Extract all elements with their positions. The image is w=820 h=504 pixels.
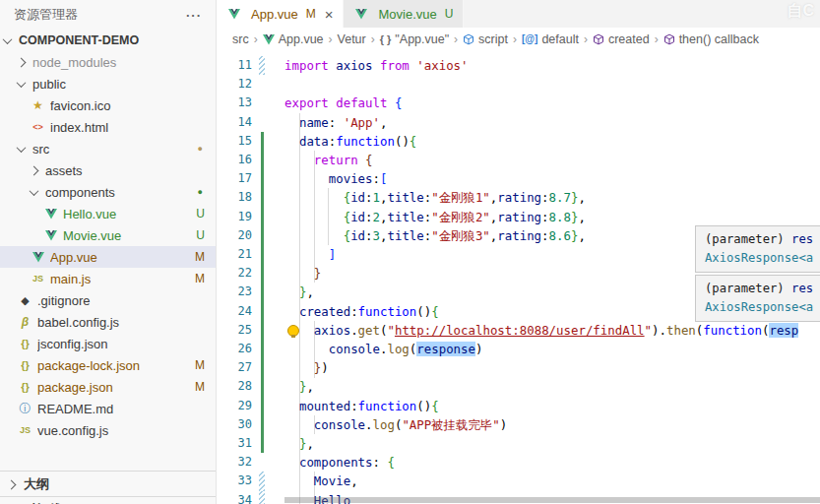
gutter-added-marker: [261, 358, 264, 377]
tree-item-main-js[interactable]: JSmain.jsM: [0, 268, 216, 289]
screen-overlay-watermark: 自C: [787, 1, 814, 22]
line-number[interactable]: 22: [217, 264, 252, 283]
line-number[interactable]: 34: [217, 491, 252, 504]
breadcrumb-separator-icon: ›: [513, 32, 517, 46]
code-line-25[interactable]: 25 axios.get("http://localhost:8088/user…: [217, 321, 820, 340]
more-actions-icon[interactable]: ···: [186, 8, 202, 23]
line-number[interactable]: 19: [217, 208, 252, 226]
git-status-badge: U: [196, 207, 205, 220]
code-line-17[interactable]: 17 movies:[: [217, 169, 820, 188]
line-number[interactable]: 25: [217, 321, 252, 340]
tree-item-favicon-ico[interactable]: ★favicon.ico: [0, 94, 216, 116]
code-line-28[interactable]: 28 },: [217, 377, 820, 396]
sidebar-section-大纲[interactable]: 大纲: [0, 471, 216, 497]
code-line-11[interactable]: 11import axios from 'axios': [217, 56, 820, 75]
code-line-29[interactable]: 29 mounted:function(){: [217, 397, 820, 415]
tree-item-component-demo[interactable]: COMPONENT-DEMO: [0, 30, 216, 51]
line-number[interactable]: 28: [217, 377, 252, 396]
tree-item-gitignore[interactable]: ◆.gitignore: [0, 289, 216, 311]
tree-item-src[interactable]: src●: [0, 138, 216, 159]
module-icon: [463, 33, 474, 45]
code-line-14[interactable]: 14 name: 'App',: [217, 113, 820, 132]
code-line-19[interactable]: 19 {id:2,title:"金刚狼2",rating:8.8},: [217, 208, 820, 226]
line-number[interactable]: 13: [217, 94, 252, 112]
chevron-right-icon: [7, 479, 17, 489]
vue-icon: [263, 34, 275, 45]
horizontal-scrollbar[interactable]: [284, 497, 820, 503]
line-number[interactable]: 21: [217, 245, 252, 264]
chevron-down-icon[interactable]: [17, 78, 27, 88]
code-line-18[interactable]: 18 {id:1,title:"金刚狼1",rating:8.7},: [217, 188, 820, 207]
line-number[interactable]: 32: [217, 453, 252, 472]
code-line-30[interactable]: 30 console.log("APP被挂载完毕"): [217, 415, 820, 434]
sidebar-section-时间线[interactable]: 时间线: [0, 496, 216, 504]
line-number[interactable]: 18: [217, 188, 252, 207]
tab-app-vue[interactable]: App.vueM×: [217, 0, 344, 28]
line-number[interactable]: 24: [217, 302, 252, 321]
breadcrumb-item-script[interactable]: script: [463, 32, 508, 46]
gutter-added-marker: [261, 397, 264, 415]
code-area[interactable]: 11import axios from 'axios'1213export de…: [217, 51, 820, 504]
line-number[interactable]: 27: [217, 358, 252, 377]
line-number[interactable]: 33: [217, 472, 252, 490]
chevron-down-icon[interactable]: [30, 186, 39, 196]
line-number[interactable]: 29: [217, 397, 252, 415]
vue-icon: [45, 230, 57, 241]
vue-icon: [45, 209, 57, 220]
tree-item-package-lock-json[interactable]: {}package-lock.jsonM: [0, 354, 216, 376]
tree-item-jsconfig-json[interactable]: {}jsconfig.json: [0, 333, 216, 354]
gutter-added-marker: [261, 377, 264, 396]
symbol-cube-icon: [663, 33, 675, 45]
code-line-31[interactable]: 31 },: [217, 434, 820, 453]
line-number[interactable]: 11: [217, 56, 252, 75]
tree-item-readme-md[interactable]: ⓘREADME.md: [0, 398, 216, 419]
breadcrumb-item-default[interactable]: [@]default: [522, 32, 579, 46]
tab-movie-vue[interactable]: Movie.vueU: [344, 0, 464, 28]
line-number[interactable]: 20: [217, 226, 252, 245]
tree-item-vue-config-js[interactable]: JSvue.config.js: [0, 419, 216, 441]
tree-item-package-json[interactable]: {}package.jsonM: [0, 376, 216, 398]
chevron-down-icon[interactable]: [3, 34, 13, 44]
close-icon[interactable]: ×: [325, 8, 334, 21]
code-line-26[interactable]: 26 console.log(response): [217, 340, 820, 358]
breadcrumb-item-created[interactable]: created: [593, 32, 650, 46]
breadcrumb-item-then-callback[interactable]: then() callback: [663, 32, 759, 46]
line-number[interactable]: 23: [217, 283, 252, 301]
chevron-down-icon[interactable]: [17, 143, 27, 153]
gutter-added-marker: [261, 169, 264, 188]
line-number[interactable]: 30: [217, 415, 252, 434]
line-number[interactable]: 31: [217, 434, 252, 453]
tree-item-babel-config-js[interactable]: βbabel.config.js: [0, 311, 216, 333]
chevron-right-icon[interactable]: [30, 165, 39, 175]
tree-item-app-vue[interactable]: App.vueM: [0, 246, 216, 268]
line-number[interactable]: 15: [217, 132, 252, 151]
tree-item-public[interactable]: public: [0, 73, 216, 94]
breadcrumb-item-vetur[interactable]: Vetur: [338, 32, 366, 46]
code-line-13[interactable]: 13export default {: [217, 94, 820, 112]
tree-item-assets[interactable]: assets: [0, 159, 216, 181]
code-line-12[interactable]: 12: [217, 75, 820, 94]
code-line-15[interactable]: 15 data:function(){: [217, 132, 820, 151]
breadcrumb-item-app-vue[interactable]: App.vue: [263, 32, 324, 46]
vue-icon: [226, 9, 241, 20]
gutter-added-marker: [261, 434, 264, 453]
gutter-added-marker: [261, 264, 264, 283]
line-number[interactable]: 17: [217, 169, 252, 188]
line-number[interactable]: 12: [217, 75, 252, 94]
tree-item-components[interactable]: components●: [0, 181, 216, 203]
chevron-right-icon[interactable]: [17, 57, 27, 67]
line-number[interactable]: 26: [217, 340, 252, 358]
code-line-27[interactable]: 27 }): [217, 358, 820, 377]
tree-item-index-html[interactable]: <>index.html: [0, 116, 216, 138]
code-text: }: [284, 264, 321, 283]
code-line-33[interactable]: 33 Movie,: [217, 472, 820, 490]
line-number[interactable]: 16: [217, 151, 252, 169]
tree-item-hello-vue[interactable]: Hello.vueU: [0, 203, 216, 224]
breadcrumb-item-app-vue[interactable]: { }"App.vue": [380, 32, 449, 46]
code-line-32[interactable]: 32 components: {: [217, 453, 820, 472]
line-number[interactable]: 14: [217, 113, 252, 132]
tree-item-node-modules[interactable]: node_modules: [0, 51, 216, 73]
code-line-16[interactable]: 16 return {: [217, 151, 820, 169]
breadcrumb-item-src[interactable]: src: [232, 32, 249, 46]
tree-item-movie-vue[interactable]: Movie.vueU: [0, 224, 216, 246]
